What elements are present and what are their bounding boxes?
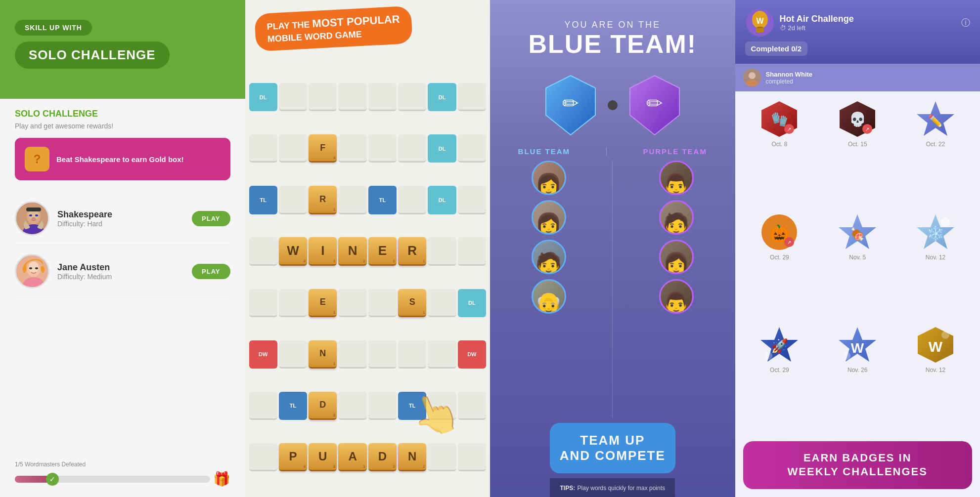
tile-empty	[338, 392, 366, 420]
purple-team-label: PURPLE TEAM	[643, 147, 707, 156]
info-button[interactable]: ⓘ	[961, 17, 970, 29]
earn-badges-banner: EARN BADGES IN WEEKLY CHALLENGES	[743, 441, 973, 489]
clock-icon: ⏱	[780, 24, 786, 32]
separator-dot	[608, 100, 618, 110]
tile-letter-n3: N2	[398, 443, 426, 471]
solo-challenge-title: SOLO CHALLENGE	[15, 41, 170, 69]
earn-badges-text: EARN BADGES IN WEEKLY CHALLENGES	[753, 451, 963, 479]
notification-avatar	[743, 69, 761, 86]
progress-check-icon: ✓	[46, 473, 59, 486]
shakespeare-info: Shakespeare Difficulty: Hard	[57, 209, 184, 228]
svg-rect-18	[756, 28, 764, 33]
tile-letter-ie: E1	[309, 289, 337, 317]
hot-air-icon-area: W	[745, 8, 775, 38]
tile-empty	[279, 134, 307, 163]
purple-player-3: 👩	[659, 240, 694, 274]
tile-empty	[368, 134, 397, 163]
svg-text:🍖: 🍖	[850, 227, 865, 241]
tile-letter-f: F4	[309, 134, 337, 163]
badges-panel: W Hot Air Challenge ⏱ 2d left ⓘ Complete…	[735, 0, 980, 497]
teams-panel: YOU ARE ON THE BLUE TEAM! ✏	[490, 0, 735, 497]
blue-team-text: BLUE TEAM!	[528, 30, 697, 58]
tips-bar: TIPS: Play words quickly for max points	[550, 478, 675, 497]
tile-letter-r2: R1	[398, 237, 426, 265]
badge-icon-oct8: 🧤 ↗	[759, 99, 799, 139]
badges-grid: 🧤 ↗ Oct. 8 💀 ↗ Oct. 15	[735, 91, 980, 441]
svg-text:✏️: ✏️	[928, 114, 943, 128]
svg-text:🧤: 🧤	[771, 111, 788, 127]
team-up-banner: TEAM UP AND COMPETE	[550, 423, 675, 473]
austen-avatar	[15, 254, 49, 289]
tile-tl: TL	[368, 186, 397, 214]
tile-empty	[368, 340, 397, 369]
tile-letter-s1: S1	[398, 289, 426, 317]
tile-empty	[338, 134, 366, 163]
tile-dl: DL	[428, 83, 456, 111]
tile-letter-p: P4	[279, 443, 307, 471]
austen-play-btn[interactable]: PLAY	[192, 264, 230, 279]
tile-empty	[428, 237, 456, 265]
svg-point-42	[764, 352, 772, 360]
progress-label: 1/5 Wordmasters Defeated	[15, 461, 86, 468]
badge-date-oct29a: Oct. 29	[770, 254, 789, 261]
most-popular-banner: PLAY THE MOST POPULARMOBILE WORD GAME	[254, 6, 413, 51]
badge-date-nov12b: Nov. 12	[926, 367, 945, 373]
reward-text: Beat Shakespeare to earn Gold box!	[56, 154, 184, 165]
banner-text: PLAY THE MOST POPULARMOBILE WORD GAME	[266, 12, 401, 45]
badge-date-oct29b: Oct. 29	[770, 367, 789, 373]
svg-point-4	[29, 214, 32, 216]
svg-point-7	[32, 217, 36, 219]
tile-dw: DW	[458, 340, 486, 369]
svg-rect-6	[26, 207, 41, 211]
badge-icon-nov12b: W	[916, 325, 955, 365]
tile-letter-u: U2	[309, 443, 337, 471]
svg-point-47	[941, 331, 949, 339]
progress-track: ✓	[15, 476, 210, 483]
badge-item-oct8: 🧤 ↗ Oct. 8	[743, 99, 816, 207]
tile-empty	[428, 289, 456, 317]
tile-empty	[368, 289, 397, 317]
badge-item-nov12a: ❄️ Nov. 12	[899, 212, 972, 321]
tile-empty	[458, 237, 486, 265]
badge-icon-nov5: 🍖	[838, 212, 877, 252]
blue-team-label: BLUE TEAM	[518, 147, 571, 156]
badge-date-oct22: Oct. 22	[926, 141, 945, 148]
tile-empty	[398, 340, 426, 369]
tips-label: TIPS:	[560, 485, 575, 492]
you-are-on-text: YOU ARE ON THE	[528, 20, 697, 30]
solo-challenge-panel: SKILL UP WITH SOLO CHALLENGE SOLO CHALLE…	[0, 0, 245, 497]
badge-date-oct15: Oct. 15	[848, 141, 867, 148]
badge-item-oct29b: 🚀 Oct. 29	[743, 325, 816, 433]
tile-empty	[249, 289, 277, 317]
austen-name: Jane Austen	[57, 262, 184, 273]
svg-text:↗: ↗	[787, 126, 791, 132]
shakespeare-play-btn[interactable]: PLAY	[192, 211, 230, 226]
svg-text:↗: ↗	[865, 126, 869, 132]
badge-item-nov12b: W Nov. 12	[899, 325, 972, 433]
tile-empty	[279, 340, 307, 369]
tile-letter-n: N2	[338, 237, 366, 265]
badge-icon-nov26: W	[838, 325, 877, 365]
challenge-title: Hot Air Challenge	[780, 14, 962, 24]
section-title: SOLO CHALLENGE	[15, 109, 230, 119]
team-labels: BLUE TEAM PURPLE TEAM	[490, 147, 735, 156]
tile-empty	[249, 237, 277, 265]
skill-up-label: SKILL UP WITH	[15, 20, 92, 36]
badge-icon-nov12a: ❄️	[916, 212, 955, 252]
tile-empty	[249, 443, 277, 471]
tile-empty	[458, 134, 486, 163]
panel2-header: PLAY THE MOST POPULARMOBILE WORD GAME	[245, 0, 490, 57]
completed-count: Completed 0/2	[745, 41, 808, 56]
svg-text:✏: ✏	[646, 92, 663, 114]
tile-empty	[249, 134, 277, 163]
svg-point-11	[29, 261, 39, 273]
badge-icon-oct29a: 🎃 ↗	[759, 212, 799, 252]
svg-text:W: W	[851, 340, 864, 356]
tile-empty	[368, 83, 397, 111]
austen-info: Jane Austen Difficulty: Medium	[57, 262, 184, 281]
austen-row: Jane Austen Difficulty: Medium PLAY	[15, 245, 230, 298]
blue-player-3: 🧑	[532, 240, 566, 274]
svg-point-12	[29, 267, 32, 269]
panel1-body: SOLO CHALLENGE Play and get awesome rewa…	[0, 99, 245, 308]
reward-bar[interactable]: Beat Shakespeare to earn Gold box!	[15, 138, 230, 180]
